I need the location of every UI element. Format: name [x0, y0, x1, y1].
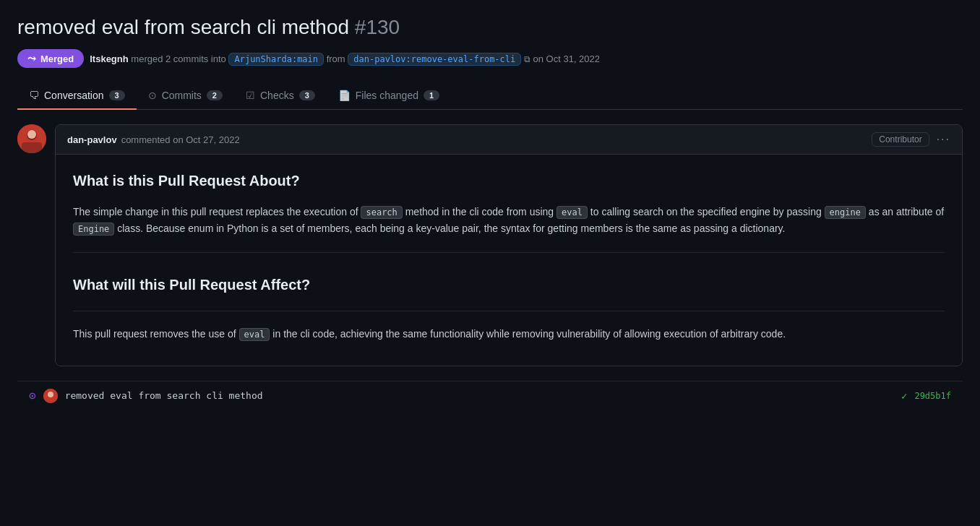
svg-point-3: [27, 130, 36, 139]
comment-date: commented on Oct 27, 2022: [121, 134, 240, 145]
pr-action: merged 2 commits into: [131, 53, 226, 64]
code-engine: engine: [825, 206, 866, 219]
tab-commits-label: Commits: [162, 90, 202, 101]
tab-conversation-count: 3: [109, 90, 125, 100]
commit-avatar: [43, 389, 58, 403]
svg-rect-4: [26, 140, 38, 142]
copy-icon[interactable]: ⧉: [524, 54, 530, 64]
pr-date: on Oct 31, 2022: [533, 53, 601, 64]
merge-icon: ⤳: [27, 53, 36, 64]
avatar-image: [17, 124, 46, 153]
comment-paragraph1: The simple change in this pull request r…: [73, 204, 945, 237]
merged-badge: ⤳ Merged: [17, 49, 84, 68]
commit-row: ⊙ removed eval from search cli method ✓ …: [17, 381, 963, 410]
comment-paragraph2: This pull request removes the use of eva…: [73, 326, 945, 342]
comment-body: What is this Pull Request About? The sim…: [56, 155, 962, 365]
conversation-icon: 🗨: [29, 90, 39, 101]
comment-wrapper: dan-pavlov commented on Oct 27, 2022 Con…: [17, 124, 963, 366]
commits-icon: ⊙: [148, 90, 157, 101]
svg-rect-2: [22, 142, 42, 153]
commit-hash[interactable]: 29d5b1f: [914, 391, 951, 401]
pr-meta: ⤳ Merged ltskegnh merged 2 commits into …: [17, 49, 963, 68]
code-search: search: [361, 206, 402, 219]
comment-box: dan-pavlov commented on Oct 27, 2022 Con…: [55, 124, 963, 366]
comment-header: dan-pavlov commented on Oct 27, 2022 Con…: [56, 125, 962, 155]
code-eval2: eval: [239, 328, 270, 341]
svg-point-6: [48, 392, 53, 397]
target-branch[interactable]: ArjunSharda:main: [228, 53, 324, 66]
files-icon: 📄: [338, 90, 351, 101]
tab-conversation-label: Conversation: [44, 90, 104, 101]
comment-heading1: What is this Pull Request About?: [73, 169, 945, 192]
tab-files-changed[interactable]: 📄 Files changed 1: [327, 82, 451, 110]
comment-heading2: What will this Pull Request Affect?: [73, 273, 945, 296]
contributor-badge: Contributor: [872, 132, 929, 147]
tab-commits-count: 2: [207, 90, 223, 100]
merged-label: Merged: [40, 53, 74, 64]
tab-checks-label: Checks: [260, 90, 294, 101]
code-eval1: eval: [556, 206, 588, 219]
checks-icon: ☑: [246, 90, 255, 101]
tab-files-label: Files changed: [356, 90, 418, 101]
divider: [73, 252, 945, 253]
tab-checks[interactable]: ☑ Checks 3: [234, 82, 327, 110]
page-title: removed eval from search cli method #130: [17, 14, 963, 40]
tabs-bar: 🗨 Conversation 3 ⊙ Commits 2 ☑ Checks 3 …: [17, 82, 963, 110]
avatar: [17, 124, 46, 153]
tab-conversation[interactable]: 🗨 Conversation 3: [17, 82, 137, 110]
commit-branch-icon: ⊙: [29, 389, 36, 402]
code-Engine: Engine: [73, 223, 114, 236]
comment-header-left: dan-pavlov commented on Oct 27, 2022: [67, 134, 240, 145]
pr-meta-text: ltskegnh merged 2 commits into ArjunShar…: [90, 53, 600, 64]
commit-checkmark: ✓: [901, 390, 907, 402]
issue-number: #130: [355, 16, 400, 38]
tab-files-count: 1: [424, 90, 439, 100]
comment-header-right: Contributor ···: [872, 132, 950, 147]
commit-message: removed eval from search cli method: [65, 390, 894, 401]
more-options-button[interactable]: ···: [937, 133, 950, 146]
tab-checks-count: 3: [299, 90, 315, 100]
title-text: removed eval from search cli method: [17, 16, 349, 38]
tab-commits[interactable]: ⊙ Commits 2: [137, 82, 234, 110]
pr-author[interactable]: ltskegnh: [90, 53, 128, 64]
divider2: [73, 311, 945, 311]
source-branch[interactable]: dan-pavlov:remove-eval-from-cli: [348, 53, 521, 66]
commenter-name[interactable]: dan-pavlov: [67, 134, 117, 145]
